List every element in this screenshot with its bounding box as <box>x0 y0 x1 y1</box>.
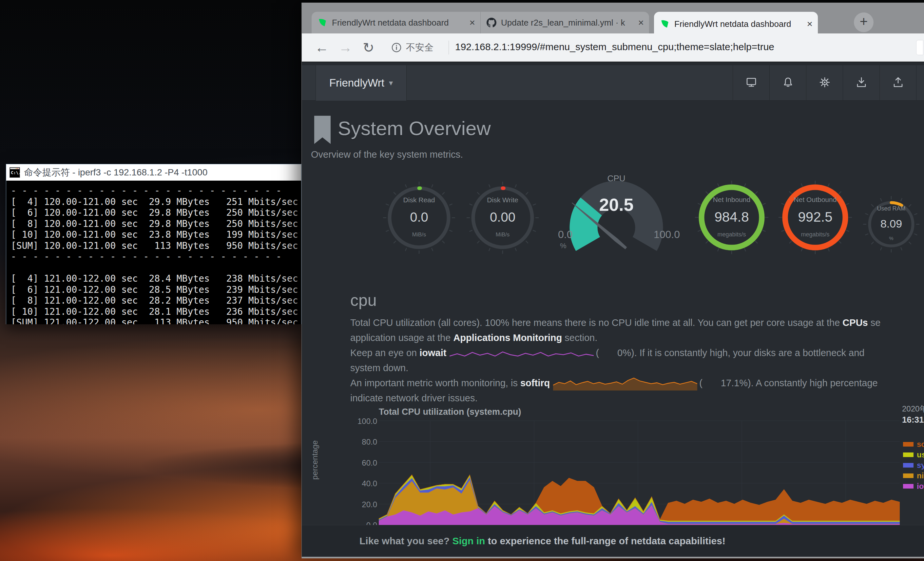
legend-item-nice[interactable]: nice <box>903 471 924 481</box>
chevron-down-icon: ▾ <box>389 78 393 87</box>
terminal-line: [ 4] 121.00-122.00 sec 28.4 MBytes 238 M… <box>11 273 301 284</box>
chart-title: Total CPU utilization (system.cpu) <box>379 407 521 417</box>
y-tick-label: 20.0 <box>334 500 377 509</box>
info-icon[interactable] <box>391 42 402 53</box>
browser-window-bottom-edge <box>302 557 924 558</box>
tab-close-icon[interactable]: × <box>469 18 475 27</box>
gear-icon <box>819 77 831 90</box>
netdata-navbar: FriendlyWrt ▾ <box>302 65 924 101</box>
gauge-value: 0.0 <box>380 210 458 225</box>
gauge-label: Disk Write <box>463 196 542 204</box>
gauge-value: 8.09 <box>862 217 921 230</box>
terminal-window: C:\. 命令提示符 - iperf3 -c 192.168.1.2 -P4 -… <box>6 164 302 324</box>
terminal-output: - - - - - - - - - - - - - - - - - - - - … <box>6 180 301 324</box>
tab-title: FriendlyWrt netdata dashboard <box>674 19 803 29</box>
monitor-button[interactable] <box>733 65 770 101</box>
legend-swatch <box>903 474 914 478</box>
gauge-net-outbound[interactable]: Net Outbound992.5megabits/s <box>776 178 855 257</box>
sign-in-link[interactable]: Sign in <box>452 535 485 546</box>
applications-monitoring-link[interactable]: Applications Monitoring <box>453 332 562 343</box>
cpus-link[interactable]: CPUs <box>842 317 868 328</box>
terminal-line <box>11 262 301 274</box>
monitor-icon <box>746 77 757 90</box>
gauge-disk-read[interactable]: Disk Read0.0MiB/s <box>380 178 458 257</box>
browser-tab[interactable]: FriendlyWrt netdata dashboard× <box>654 12 818 36</box>
terminal-line: [SUM] 121.00-122.00 sec 113 MBytes 950 M… <box>11 317 301 324</box>
host-dropdown[interactable]: FriendlyWrt ▾ <box>315 65 406 101</box>
tab-strip: + FriendlyWrt netdata dashboard×Update r… <box>302 3 924 33</box>
gauge-unit: megabits/s <box>692 231 771 238</box>
section-heading-cpu: cpu <box>350 291 377 310</box>
browser-tab[interactable]: Update r2s_lean_minimal.yml · k× <box>480 12 649 33</box>
cpu-gauge-max: 100.0 <box>654 229 680 241</box>
cpu-gauge-dial <box>551 179 682 265</box>
legend-label: nice <box>917 471 924 480</box>
import-icon <box>855 77 867 90</box>
gear-button[interactable] <box>806 65 843 101</box>
legend-swatch <box>903 484 914 489</box>
netdata-icon <box>660 19 670 29</box>
gauge-label: Disk Read <box>380 196 458 204</box>
omnibox-separator <box>448 41 449 54</box>
gauge-value: 0.00 <box>463 210 542 225</box>
chart-time: 16:31:2 <box>902 415 924 425</box>
y-tick-label: 80.0 <box>334 438 377 447</box>
legend-swatch <box>903 453 914 457</box>
cpu-gauge-value: 20.5 <box>551 194 682 215</box>
forward-button[interactable]: → <box>339 33 352 62</box>
import-button[interactable] <box>843 65 879 101</box>
y-axis-label: percentage <box>310 460 320 480</box>
desktop-wallpaper: C:\. 命令提示符 - iperf3 -c 192.168.1.2 -P4 -… <box>0 0 924 561</box>
gauge-net-inbound[interactable]: Net Inbound984.8megabits/s <box>692 178 771 257</box>
cpu-description: Total CPU utilization (all cores). 100% … <box>350 315 924 406</box>
browser-tab[interactable]: FriendlyWrt netdata dashboard× <box>312 12 480 33</box>
cmd-icon: C:\. <box>9 167 20 178</box>
legend-swatch <box>903 463 914 468</box>
gauge-used-ram[interactable]: Used RAM8.09% <box>862 195 921 254</box>
softirq-sparkline <box>553 377 697 391</box>
export-button[interactable] <box>879 65 916 101</box>
iowait-sparkline <box>450 350 594 357</box>
chart-date: 2020年3 <box>902 404 924 414</box>
reload-button[interactable]: ↻ <box>363 33 374 62</box>
terminal-line: - - - - - - - - - - - - - - - - - - - - … <box>11 185 301 196</box>
cpu-gauge-min: 0.0 <box>558 229 572 241</box>
bell-button[interactable] <box>770 65 806 101</box>
terminal-line: [ 8] 120.00-121.00 sec 29.8 MBytes 250 M… <box>11 218 301 230</box>
terminal-line: [ 10] 121.00-122.00 sec 28.1 MBytes 236 … <box>11 306 301 317</box>
chart-legend: softusesysniceiow <box>903 439 924 492</box>
toolbar-extension-sliver[interactable] <box>916 40 923 55</box>
y-tick-label: 40.0 <box>334 479 377 488</box>
terminal-line: [ 10] 120.00-121.00 sec 23.8 MBytes 199 … <box>11 229 301 240</box>
legend-item-softirq[interactable]: soft <box>903 439 924 450</box>
new-tab-button[interactable]: + <box>854 12 873 32</box>
legend-label: iow <box>917 482 924 491</box>
gauge-value: 992.5 <box>776 209 855 225</box>
signin-post-text: to experience the full-range of netdata … <box>485 535 726 546</box>
gauge-unit: MiB/s <box>380 232 458 238</box>
url-field[interactable]: 192.168.2.1:19999/#menu_system_submenu_c… <box>455 41 774 53</box>
terminal-line: [SUM] 120.00-121.00 sec 113 MBytes 950 M… <box>11 240 301 251</box>
legend-label: sys <box>917 461 924 470</box>
gauge-disk-write[interactable]: Disk Write0.00MiB/s <box>463 178 542 257</box>
gauge-unit: MiB/s <box>463 232 542 238</box>
github-icon <box>487 18 496 27</box>
cpu-utilization-chart[interactable] <box>379 418 900 525</box>
tab-close-icon[interactable]: × <box>807 19 813 29</box>
cpu-gauge-unit: % <box>560 242 567 250</box>
legend-label: use <box>917 450 924 459</box>
back-button[interactable]: ← <box>315 33 328 62</box>
legend-item-user[interactable]: use <box>903 450 924 460</box>
y-tick-label: 100.0 <box>334 417 377 426</box>
legend-item-iowait[interactable]: iow <box>903 481 924 492</box>
terminal-line: [ 8] 121.00-122.00 sec 28.2 MBytes 237 M… <box>11 295 301 306</box>
tab-close-icon[interactable]: × <box>638 18 644 27</box>
legend-item-system[interactable]: sys <box>903 460 924 471</box>
security-chip[interactable]: 不安全 <box>406 41 434 54</box>
netdata-icon <box>318 18 327 27</box>
gauge-cpu[interactable]: CPU 20.5 0.0 100.0 % <box>551 173 682 272</box>
bell-icon <box>782 77 794 90</box>
terminal-line: - - - - - - - - - - - - - - - - - - - - … <box>11 251 301 262</box>
tab-title: FriendlyWrt netdata dashboard <box>332 18 465 28</box>
terminal-titlebar[interactable]: C:\. 命令提示符 - iperf3 -c 192.168.1.2 -P4 -… <box>6 164 301 180</box>
